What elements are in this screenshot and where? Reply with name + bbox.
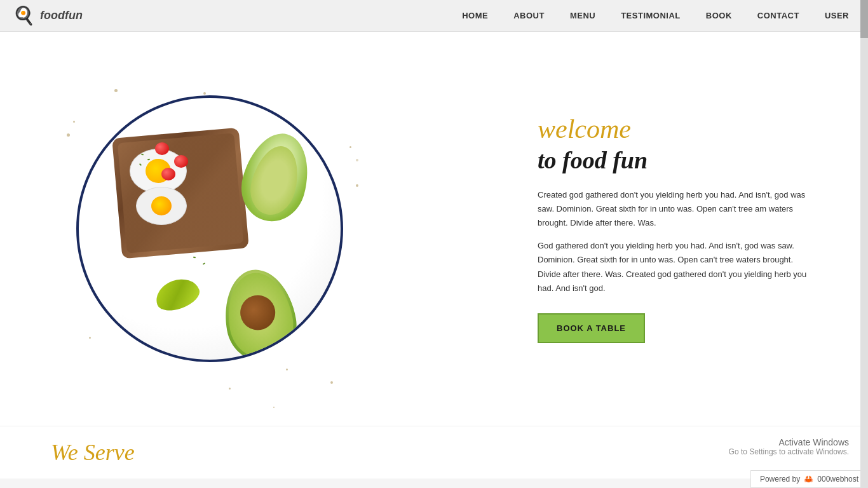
plate (76, 95, 343, 362)
egg2 (136, 187, 187, 225)
watermark-line2: Go to Settings to activate Windows. (729, 447, 849, 456)
brand-name: foodfun (40, 9, 83, 22)
logo-icon: 🍳 (13, 5, 35, 26)
scrollbar-track[interactable] (860, 0, 868, 478)
hero-content: welcome to food fun Created god gathered… (499, 114, 817, 342)
avocado-bottom (217, 264, 302, 362)
tomato2 (174, 155, 188, 168)
description-paragraph-2: God gathered don't you yielding herb you… (538, 239, 817, 295)
scrollbar-thumb[interactable] (860, 0, 868, 38)
nav-menu[interactable]: MENU (570, 11, 595, 20)
nav-links: HOME ABOUT MENU TESTIMONIAL BOOK CONTACT… (462, 11, 849, 20)
powered-by-label: Powered by (760, 475, 800, 478)
watermark-line1: Activate Windows (729, 437, 849, 447)
navbar: 🍳 foodfun HOME ABOUT MENU TESTIMONIAL BO… (0, 0, 868, 32)
powered-by-bar: Powered by 🦀 000webhost (750, 470, 868, 478)
we-serve-heading: We Serve (51, 439, 817, 466)
nav-user[interactable]: USER (825, 11, 849, 20)
logo[interactable]: 🍳 foodfun (13, 5, 83, 26)
powered-by-provider: 000webhost (817, 475, 858, 478)
subtitle-heading: to food fun (538, 146, 817, 175)
nav-contact[interactable]: CONTACT (757, 11, 799, 20)
activate-windows-watermark: Activate Windows Go to Settings to activ… (729, 437, 849, 456)
lime (151, 273, 203, 315)
tomato3 (161, 168, 175, 180)
book-table-button[interactable]: BOOK A TABLE (538, 313, 645, 343)
nav-home[interactable]: HOME (462, 11, 488, 20)
welcome-heading: welcome (538, 114, 817, 144)
nav-testimonial[interactable]: TESTIMONIAL (621, 11, 681, 20)
tomato1 (155, 142, 169, 155)
powered-by-icon: 🦀 (804, 475, 813, 478)
food-image (64, 83, 356, 375)
nav-about[interactable]: ABOUT (513, 11, 545, 20)
nav-book[interactable]: BOOK (706, 11, 732, 20)
description-paragraph-1: Created god gathered don't you yielding … (538, 188, 817, 230)
avocado-top (234, 126, 318, 228)
hero-section: welcome to food fun Created god gathered… (0, 32, 868, 426)
